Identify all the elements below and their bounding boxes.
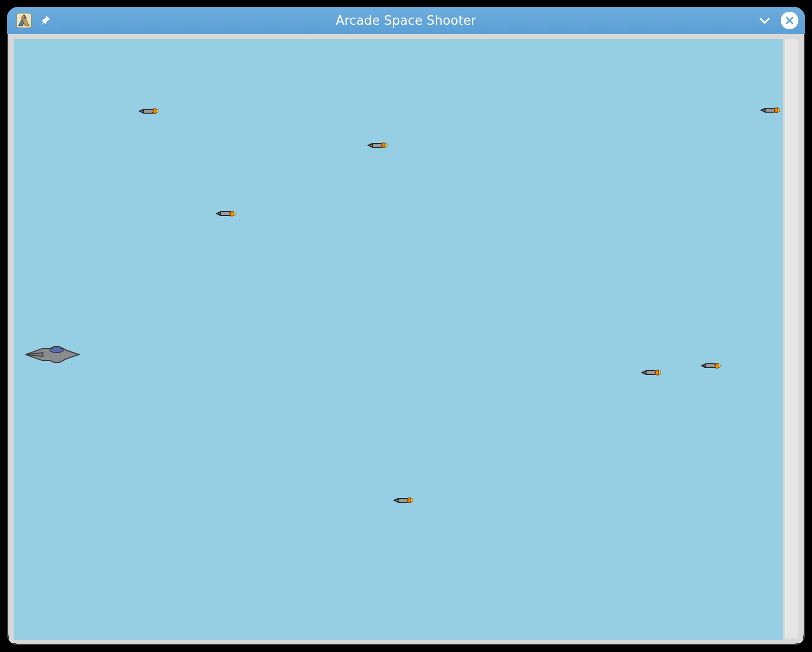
pin-icon[interactable] [39, 14, 52, 27]
app-window: Arcade Space Shooter [7, 7, 805, 645]
enemy-ship-6 [393, 496, 414, 504]
enemy-ship-0 [139, 107, 159, 115]
minimize-icon[interactable] [757, 13, 772, 28]
enemy-ship-4 [641, 369, 662, 376]
player-ship [25, 344, 80, 365]
enemy-ship-2 [760, 106, 781, 114]
svg-point-1 [23, 18, 25, 20]
window-title: Arcade Space Shooter [7, 13, 805, 28]
close-button[interactable] [781, 12, 798, 29]
client-area [9, 34, 803, 643]
enemy-ship-5 [701, 362, 721, 370]
vertical-scrollbar[interactable] [785, 39, 798, 638]
titlebar-right-icons [757, 7, 798, 34]
game-canvas[interactable] [14, 39, 783, 640]
titlebar[interactable]: Arcade Space Shooter [7, 7, 805, 34]
titlebar-left-icons [7, 12, 52, 29]
enemy-ship-1 [367, 141, 388, 149]
app-menu-icon[interactable] [16, 12, 32, 29]
enemy-ship-3 [216, 210, 236, 217]
close-icon [781, 12, 798, 29]
